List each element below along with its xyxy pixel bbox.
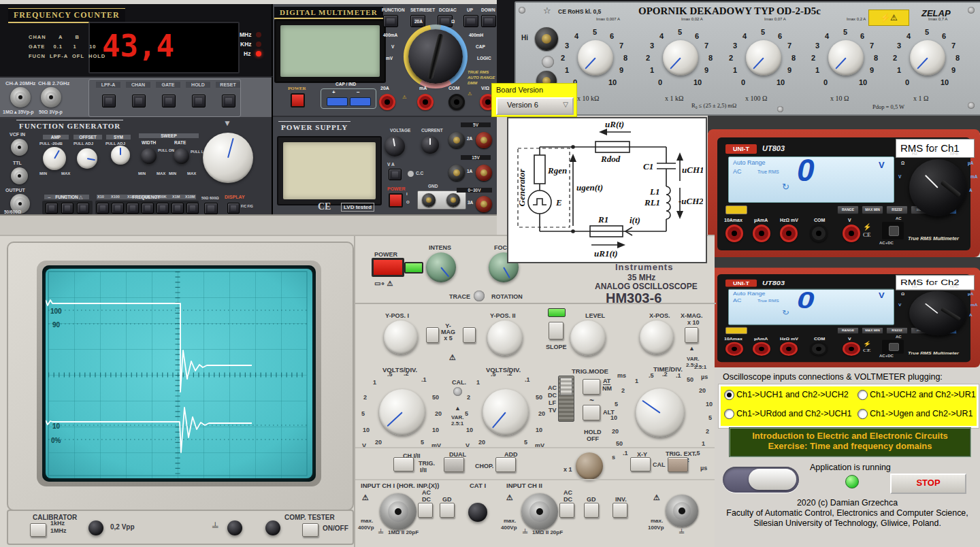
triangle-wave-button[interactable] bbox=[77, 203, 89, 214]
ac-dc-switch[interactable] bbox=[882, 222, 904, 239]
volts-div-1-knob[interactable] bbox=[379, 389, 425, 435]
radio-ch1-uch1[interactable] bbox=[724, 390, 734, 400]
out5v-plus-post[interactable] bbox=[476, 132, 492, 148]
trace-rotation-screw[interactable] bbox=[474, 291, 485, 301]
freq-x1k-button[interactable] bbox=[127, 203, 139, 214]
rs232-button[interactable]: RS232 bbox=[886, 327, 908, 334]
board-version-dropdown[interactable]: Version 6 ▽ bbox=[496, 97, 574, 115]
x-pos-knob[interactable] bbox=[640, 320, 674, 354]
jack-hzohm[interactable] bbox=[780, 342, 798, 356]
impedance-button[interactable] bbox=[204, 203, 218, 214]
reset-button[interactable] bbox=[222, 95, 235, 107]
holdoff-knob[interactable] bbox=[576, 452, 603, 480]
fg-display-button[interactable] bbox=[227, 203, 240, 214]
decade-dial-10[interactable] bbox=[828, 40, 864, 76]
y-pos-2-knob[interactable] bbox=[487, 320, 523, 356]
ground-terminal[interactable] bbox=[542, 56, 554, 68]
intens-knob[interactable] bbox=[426, 252, 456, 282]
lpf-a-button[interactable] bbox=[102, 95, 116, 107]
psu-power-button[interactable] bbox=[389, 193, 403, 208]
ch2-acdc-button[interactable] bbox=[559, 503, 574, 518]
inv-button[interactable] bbox=[612, 503, 627, 518]
cap-ind-socket[interactable]: + − bbox=[321, 88, 376, 109]
range-button[interactable]: RANGE bbox=[837, 205, 859, 214]
y-mag-button-1[interactable] bbox=[426, 327, 439, 343]
vcf-in-bnc[interactable] bbox=[11, 139, 28, 156]
y-pos-1-knob[interactable] bbox=[384, 320, 418, 354]
range-button[interactable]: RANGE bbox=[837, 327, 859, 334]
freq-x100-button[interactable] bbox=[112, 203, 124, 214]
slope-button[interactable] bbox=[549, 322, 564, 339]
rs232-button[interactable]: RS232 bbox=[886, 205, 908, 214]
current-knob[interactable] bbox=[421, 136, 439, 154]
xy-button[interactable] bbox=[630, 457, 651, 471]
dual-button[interactable] bbox=[444, 457, 464, 472]
time-div-knob[interactable] bbox=[636, 388, 685, 437]
cal-output[interactable] bbox=[88, 520, 103, 535]
gate-button[interactable] bbox=[162, 95, 176, 107]
dmm-rotary-switch[interactable] bbox=[408, 29, 463, 84]
out5v-minus-post[interactable] bbox=[448, 132, 465, 148]
trig-ext-bnc[interactable] bbox=[666, 495, 698, 527]
dmm-up-button[interactable] bbox=[463, 15, 478, 27]
ttl-bnc[interactable] bbox=[11, 167, 28, 184]
ground-jack-2[interactable] bbox=[265, 520, 280, 535]
input-ch2-bnc[interactable] bbox=[521, 493, 558, 530]
out15v-minus-post[interactable] bbox=[448, 165, 465, 181]
dmm-function-button[interactable] bbox=[383, 15, 398, 27]
meter-rotary-dial[interactable] bbox=[909, 159, 966, 216]
level-knob[interactable] bbox=[570, 320, 606, 356]
channel-b-bnc[interactable] bbox=[41, 87, 61, 107]
alt-button[interactable] bbox=[583, 405, 600, 420]
stop-button[interactable]: STOP bbox=[890, 474, 966, 494]
jack-uama[interactable] bbox=[753, 225, 770, 242]
amp-knob[interactable] bbox=[43, 147, 66, 170]
ch2-gd-button[interactable] bbox=[584, 503, 599, 518]
jack-uama[interactable] bbox=[753, 342, 770, 356]
freq-x10k-button[interactable] bbox=[142, 203, 154, 214]
jack-v[interactable] bbox=[843, 225, 860, 242]
run-toggle[interactable] bbox=[723, 467, 799, 493]
offset-knob[interactable] bbox=[77, 148, 97, 169]
decade-dial-1k[interactable] bbox=[663, 40, 698, 76]
ch1-acdc-button[interactable] bbox=[418, 503, 433, 518]
out15v-plus-post[interactable] bbox=[476, 165, 492, 181]
jack-10a[interactable] bbox=[725, 225, 743, 242]
jack-com[interactable] bbox=[810, 225, 828, 242]
channel-a-bnc[interactable] bbox=[10, 87, 31, 107]
maxmin-button[interactable]: MAX MIN bbox=[862, 327, 883, 334]
x-mag-button[interactable] bbox=[685, 327, 698, 343]
frequency-dial[interactable] bbox=[203, 133, 253, 183]
voltage-knob[interactable] bbox=[385, 136, 405, 156]
trig-coupling-slider[interactable] bbox=[558, 376, 574, 422]
va-select-button[interactable] bbox=[389, 169, 402, 180]
radio-ch1-ugen[interactable] bbox=[858, 409, 868, 419]
cat-jack[interactable] bbox=[468, 503, 487, 522]
backlight-button[interactable] bbox=[725, 327, 747, 334]
var-adjust-1[interactable] bbox=[453, 387, 462, 396]
decade-dial-10k[interactable] bbox=[578, 40, 613, 76]
calibrator-switch[interactable] bbox=[30, 523, 46, 537]
sweep-rate-knob[interactable] bbox=[174, 148, 189, 164]
freq-x1m-button[interactable] bbox=[172, 203, 184, 214]
jack-v[interactable] bbox=[843, 342, 860, 356]
comp-tester-button[interactable] bbox=[302, 523, 318, 537]
chan-button[interactable] bbox=[132, 95, 146, 107]
ground-jack-1[interactable] bbox=[227, 520, 242, 535]
ac-dc-switch[interactable] bbox=[882, 340, 904, 354]
dmm-power-button[interactable] bbox=[291, 93, 305, 107]
ch-select-button[interactable] bbox=[393, 457, 414, 471]
jack-com[interactable] bbox=[810, 342, 828, 356]
ch1-gd-button[interactable] bbox=[440, 503, 455, 518]
volts-div-2-knob[interactable] bbox=[483, 389, 529, 435]
hi-terminal[interactable] bbox=[535, 27, 558, 50]
radio-ch1-urdod[interactable] bbox=[724, 409, 734, 419]
out30v-plus-post[interactable] bbox=[476, 196, 492, 212]
backlight-button[interactable] bbox=[725, 205, 747, 214]
trig-ext-button[interactable] bbox=[668, 457, 688, 472]
meter-rotary-dial[interactable] bbox=[909, 291, 966, 335]
square-wave-button[interactable] bbox=[61, 203, 74, 214]
sym-knob[interactable] bbox=[111, 146, 130, 165]
hold-button[interactable] bbox=[192, 95, 206, 107]
maxmin-button[interactable]: MAX MIN bbox=[862, 205, 883, 214]
